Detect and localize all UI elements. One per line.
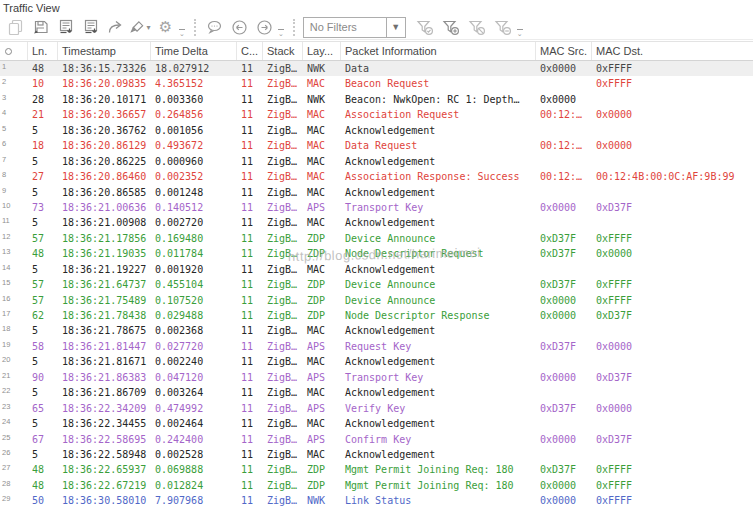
cell-timestamp: 18:36:21.81447 bbox=[58, 339, 151, 354]
filter-clear-icon[interactable] bbox=[464, 18, 490, 37]
column-header-ln[interactable]: Ln. bbox=[28, 42, 58, 60]
cell-num: 22 bbox=[0, 385, 28, 400]
cell-layer: ZDP bbox=[303, 246, 341, 261]
toolbar-overflow-icon[interactable]: ⌄ bbox=[517, 29, 523, 36]
cell-mac_src bbox=[536, 215, 592, 230]
packet-row[interactable]: 107318:36:21.006360.14051211ZigB…APSTran… bbox=[0, 200, 753, 215]
cell-mac_dst bbox=[592, 154, 753, 169]
packet-row[interactable]: 195818:36:21.814470.02772011ZigB…APSRequ… bbox=[0, 339, 753, 354]
cell-ln: 5 bbox=[28, 185, 58, 200]
cell-ln: 73 bbox=[28, 200, 58, 215]
packet-row[interactable]: 32818:36:20.101710.00336011ZigB…NWKBeaco… bbox=[0, 92, 753, 107]
cell-time_delta: 0.047120 bbox=[151, 370, 237, 385]
column-header-mac-dst[interactable]: MAC Dst. bbox=[592, 42, 753, 60]
cell-timestamp: 18:36:20.10171 bbox=[58, 92, 151, 107]
packet-row[interactable]: 134818:36:21.190350.01178411ZigB…ZDPNode… bbox=[0, 246, 753, 261]
cell-timestamp: 18:36:20.36657 bbox=[58, 107, 151, 122]
packet-row[interactable]: 21018:36:20.098354.36515211ZigB…MACBeaco… bbox=[0, 76, 753, 91]
cell-mac_dst: 0x0000 bbox=[592, 339, 753, 354]
cell-time_delta: 0.474992 bbox=[151, 401, 237, 416]
next-comment-icon[interactable] bbox=[252, 18, 277, 37]
packet-row[interactable]: 219018:36:21.863830.04712011ZigB…APSTran… bbox=[0, 370, 753, 385]
packet-row[interactable]: 155718:36:21.647370.45510411ZigB…ZDPDevi… bbox=[0, 277, 753, 292]
settings-icon[interactable]: ⚙ bbox=[153, 18, 178, 37]
toolbar-overflow-icon[interactable]: ⌄ bbox=[278, 29, 284, 36]
cell-stack: ZigB… bbox=[263, 76, 303, 91]
packet-row[interactable]: 14818:36:15.7332618.02791211ZigB…NWKData… bbox=[0, 61, 753, 76]
cell-info: Verify Key bbox=[341, 401, 536, 416]
packet-row[interactable]: 284818:36:22.672190.01282411ZigB…ZDPMgmt… bbox=[0, 478, 753, 493]
column-header-timestamp[interactable]: Timestamp bbox=[58, 42, 151, 60]
comments-icon[interactable] bbox=[202, 18, 227, 37]
filter-dropdown[interactable]: No Filters ▼ bbox=[303, 17, 406, 38]
packet-row[interactable]: 274818:36:22.659370.06988811ZigB…ZDPMgmt… bbox=[0, 462, 753, 477]
cell-time_delta: 0.002720 bbox=[151, 215, 237, 230]
cell-layer: MAC bbox=[303, 215, 341, 230]
cell-channel: 11 bbox=[237, 231, 263, 246]
packet-row[interactable]: 24518:36:22.344550.00246411ZigB…MACAckno… bbox=[0, 416, 753, 431]
packet-row[interactable]: 5518:36:20.367620.00105611ZigB…MACAcknow… bbox=[0, 123, 753, 138]
cell-info: Link Status bbox=[341, 493, 536, 508]
save-icon[interactable] bbox=[28, 18, 53, 37]
row-marker-icon bbox=[5, 48, 12, 55]
cell-num: 1 bbox=[0, 61, 28, 76]
column-header-packet-information[interactable]: Packet Information bbox=[341, 42, 536, 60]
filter-apply-icon[interactable] bbox=[412, 18, 438, 37]
cell-mac_src: 0xD37F bbox=[536, 277, 592, 292]
cell-mac_src: 0x0000 bbox=[536, 308, 592, 323]
export-log-icon[interactable] bbox=[53, 18, 78, 37]
packet-row[interactable]: 82718:36:20.864600.00235211ZigB…MACAssoc… bbox=[0, 169, 753, 184]
column-header-time-delta[interactable]: Time Delta bbox=[151, 42, 237, 60]
cell-mac_dst: 0xFFFF bbox=[592, 493, 753, 508]
packet-row[interactable]: 165718:36:21.754890.10752011ZigB…ZDPDevi… bbox=[0, 293, 753, 308]
cell-num: 25 bbox=[0, 432, 28, 447]
column-header-c[interactable]: C... bbox=[237, 42, 263, 60]
cell-layer: ZDP bbox=[303, 277, 341, 292]
cell-mac_dst: 0xD37F bbox=[592, 432, 753, 447]
cell-mac_src: 0xD37F bbox=[536, 246, 592, 261]
filter-dropdown-caret-icon[interactable]: ▼ bbox=[386, 18, 405, 37]
cell-mac_dst: 0xFFFF bbox=[592, 76, 753, 91]
export-packets-icon[interactable] bbox=[78, 18, 103, 37]
column-header-marker[interactable] bbox=[0, 42, 28, 60]
share-icon[interactable] bbox=[103, 18, 128, 37]
cell-mac_dst: 0xD37F bbox=[592, 308, 753, 323]
brush-dropdown-caret[interactable]: ▾ bbox=[146, 23, 150, 32]
cell-stack: ZigB… bbox=[263, 215, 303, 230]
cell-ln: 48 bbox=[28, 462, 58, 477]
filter-add-icon[interactable] bbox=[438, 18, 464, 37]
packet-row[interactable]: 20518:36:21.816710.00224011ZigB…MACAckno… bbox=[0, 354, 753, 369]
packet-row[interactable]: 26518:36:22.589480.00252811ZigB…MACAckno… bbox=[0, 447, 753, 462]
packet-row[interactable]: 61818:36:20.861290.49367211ZigB…MACData … bbox=[0, 138, 753, 153]
previous-comment-icon[interactable] bbox=[227, 18, 252, 37]
packet-row[interactable]: 9518:36:20.865850.00124811ZigB…MACAcknow… bbox=[0, 185, 753, 200]
packet-row[interactable]: 176218:36:21.784380.02948811ZigB…ZDPNode… bbox=[0, 308, 753, 323]
column-header-mac-src[interactable]: MAC Src. bbox=[536, 42, 592, 60]
column-header-stack[interactable]: Stack bbox=[263, 42, 303, 60]
packet-row[interactable]: 22518:36:21.867090.00326411ZigB…MACAckno… bbox=[0, 385, 753, 400]
toolbar-overflow-icon[interactable]: ⌄ bbox=[179, 29, 185, 36]
filter-remove-icon[interactable] bbox=[490, 18, 516, 37]
packet-row[interactable]: 125718:36:21.178560.16948011ZigB…ZDPDevi… bbox=[0, 231, 753, 246]
packet-row[interactable]: 236518:36:22.342090.47499211ZigB…APSVeri… bbox=[0, 401, 753, 416]
packet-row[interactable]: 42118:36:20.366570.26485611ZigB…MACAssoc… bbox=[0, 107, 753, 122]
cell-ln: 67 bbox=[28, 432, 58, 447]
filter-dropdown-value: No Filters bbox=[304, 21, 386, 33]
packet-row[interactable]: 14518:36:21.192270.00192011ZigB…MACAckno… bbox=[0, 262, 753, 277]
brush-icon[interactable]: ▾ bbox=[128, 18, 153, 37]
cell-timestamp: 18:36:21.17856 bbox=[58, 231, 151, 246]
cell-info: Request Key bbox=[341, 339, 536, 354]
cell-mac_src bbox=[536, 76, 592, 91]
cell-time_delta: 0.493672 bbox=[151, 138, 237, 153]
packet-row[interactable]: 11518:36:21.009080.00272011ZigB…MACAckno… bbox=[0, 215, 753, 230]
cell-mac_dst: 0xFFFF bbox=[592, 231, 753, 246]
packet-row[interactable]: 18518:36:21.786750.00236811ZigB…MACAckno… bbox=[0, 323, 753, 338]
copy-icon[interactable] bbox=[3, 18, 28, 37]
column-header-lay[interactable]: Lay... bbox=[303, 42, 341, 60]
cell-mac_dst bbox=[592, 123, 753, 138]
packet-row[interactable]: 295018:36:30.580107.90796811ZigB…NWKLink… bbox=[0, 493, 753, 508]
cell-info: Node Descriptor Request bbox=[341, 246, 536, 261]
packet-row[interactable]: 7518:36:20.862250.00096011ZigB…MACAcknow… bbox=[0, 154, 753, 169]
packet-row[interactable]: 256718:36:22.586950.24240011ZigB…APSConf… bbox=[0, 432, 753, 447]
cell-timestamp: 18:36:30.58010 bbox=[58, 493, 151, 508]
